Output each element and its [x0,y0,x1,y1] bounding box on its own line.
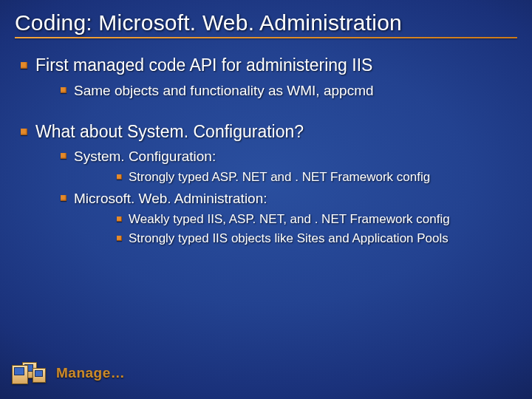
bullet-lvl2: Same objects and functionality as WMI, a… [35,81,517,100]
spacer [15,105,517,121]
bullet-list: What about System. Configuration? System… [15,121,517,248]
bullet-lvl1: What about System. Configuration? System… [15,121,517,248]
bullet-list: First managed code API for administering… [15,55,517,100]
bullet-lvl2: System. Configuration: Strongly typed AS… [35,147,517,186]
slide-title: Coding: Microsoft. Web. Administration [15,10,517,35]
bullet-text: Weakly typed IIS, ASP. NET, and . NET Fr… [129,212,450,226]
footer: Manage… [12,358,125,389]
bullet-text: Strongly typed IIS objects like Sites an… [129,231,449,245]
servers-icon [12,358,49,389]
footer-label: Manage… [56,365,125,381]
bullet-lvl3: Weakly typed IIS, ASP. NET, and . NET Fr… [74,211,517,228]
bullet-text: Same objects and functionality as WMI, a… [74,83,374,98]
bullet-text: Microsoft. Web. Administration: [74,191,267,206]
bullet-lvl3: Strongly typed ASP. NET and . NET Framew… [74,169,517,186]
bullet-lvl1: First managed code API for administering… [15,55,517,100]
bullet-text: Strongly typed ASP. NET and . NET Framew… [129,170,430,184]
bullet-text: What about System. Configuration? [35,122,304,141]
bullet-text: First managed code API for administering… [35,55,372,75]
bullet-lvl3: Strongly typed IIS objects like Sites an… [74,231,517,248]
bullet-lvl2: Microsoft. Web. Administration: Weakly t… [35,189,517,248]
bullet-text: System. Configuration: [74,149,216,164]
slide: Coding: Microsoft. Web. Administration F… [0,0,532,399]
title-rule [15,37,517,38]
